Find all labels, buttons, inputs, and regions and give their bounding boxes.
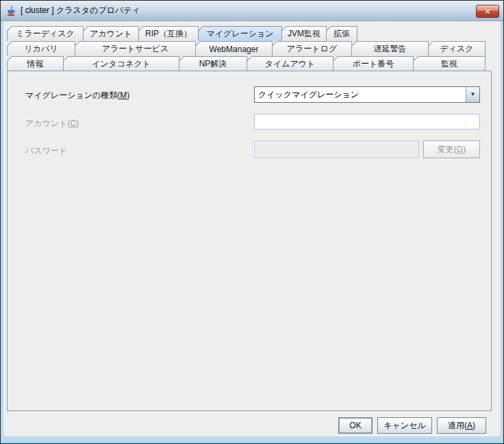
tab-account[interactable]: アカウント — [83, 26, 139, 41]
migration-type-combobox[interactable]: クイックマイグレーション ▼ — [254, 86, 480, 103]
apply-button[interactable]: 適用(A) — [437, 417, 486, 434]
tab-row-3: 情報 インタコネクト NP解決 タイムアウト ポート番号 監視 — [7, 56, 486, 71]
tab-disk[interactable]: ディスク — [428, 41, 486, 56]
tab-interconnect[interactable]: インタコネクト — [63, 56, 179, 71]
java-icon — [5, 5, 16, 16]
tab-np-resolution[interactable]: NP解決 — [179, 56, 247, 71]
account-field[interactable] — [254, 114, 480, 130]
tab-row-1: ミラーディスク アカウント RIP（互換） マイグレーション JVM監視 拡張 — [7, 26, 357, 41]
tab-alert-service[interactable]: アラートサービス — [75, 41, 196, 56]
cluster-properties-dialog: [ cluster ] クラスタのプロパティ × ミラーディスク アカウント R… — [0, 0, 504, 444]
tab-jvm-monitor[interactable]: JVM監視 — [281, 26, 327, 41]
combobox-arrow-button[interactable]: ▼ — [466, 87, 479, 102]
migration-tab-panel: マイグレーションの種類(M) クイックマイグレーション ▼ アカウント(C) パ… — [7, 71, 492, 411]
account-label: アカウント(C) — [25, 118, 79, 130]
migration-type-label: マイグレーションの種類(M) — [25, 90, 129, 101]
combobox-value: クイックマイグレーション — [255, 87, 466, 102]
tab-monitor[interactable]: 監視 — [413, 56, 486, 71]
title-bar[interactable]: [ cluster ] クラスタのプロパティ × — [1, 1, 503, 21]
tab-rip-compat[interactable]: RIP（互換） — [138, 26, 199, 41]
cancel-button[interactable]: キャンセル — [377, 417, 432, 434]
tab-webmanager[interactable]: WebManager — [195, 41, 273, 56]
ok-button[interactable]: OK — [338, 417, 373, 434]
password-label: パスワード — [25, 145, 67, 157]
tab-extension[interactable]: 拡張 — [326, 26, 357, 41]
tab-alert-log[interactable]: アラートログ — [272, 41, 352, 56]
dialog-content: ミラーディスク アカウント RIP（互換） マイグレーション JVM監視 拡張 … — [3, 21, 501, 436]
tab-delay-warning[interactable]: 遅延警告 — [351, 41, 429, 56]
tab-migration[interactable]: マイグレーション — [198, 26, 282, 41]
password-field — [254, 140, 419, 158]
close-button[interactable]: × — [476, 5, 499, 18]
close-icon: × — [485, 6, 490, 16]
tab-row-2: リカバリ アラートサービス WebManager アラートログ 遅延警告 ディス… — [7, 41, 486, 56]
tab-info[interactable]: 情報 — [7, 56, 64, 71]
tab-timeout[interactable]: タイムアウト — [247, 56, 333, 71]
window-title: [ cluster ] クラスタのプロパティ — [21, 5, 140, 16]
chevron-down-icon: ▼ — [470, 92, 476, 97]
tab-port-number[interactable]: ポート番号 — [333, 56, 414, 71]
tab-recovery[interactable]: リカバリ — [7, 41, 75, 56]
window-frame-bottom — [1, 442, 503, 443]
change-password-button: 変更(G) — [423, 140, 480, 158]
tab-mirror-disk[interactable]: ミラーディスク — [7, 26, 84, 41]
